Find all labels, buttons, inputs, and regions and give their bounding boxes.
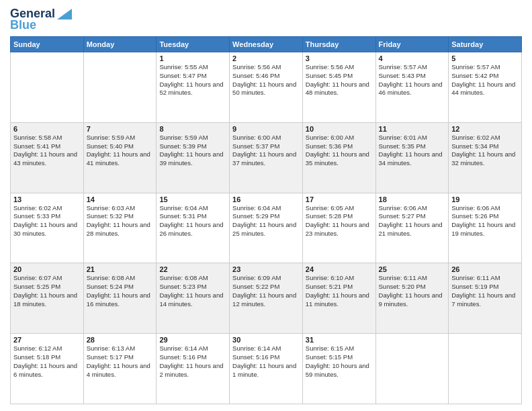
day-detail: Sunrise: 5:56 AM Sunset: 5:46 PM Dayligh… (232, 63, 300, 97)
calendar-cell: 14Sunrise: 6:03 AM Sunset: 5:32 PM Dayli… (83, 193, 157, 263)
day-number: 28 (87, 336, 154, 344)
day-detail: Sunrise: 6:02 AM Sunset: 5:33 PM Dayligh… (13, 204, 81, 238)
calendar-cell: 26Sunrise: 6:11 AM Sunset: 5:19 PM Dayli… (449, 263, 522, 334)
calendar-cell: 18Sunrise: 6:06 AM Sunset: 5:27 PM Dayli… (375, 193, 449, 263)
day-detail: Sunrise: 6:14 AM Sunset: 5:16 PM Dayligh… (159, 345, 226, 379)
calendar-cell: 27Sunrise: 6:12 AM Sunset: 5:18 PM Dayli… (11, 334, 84, 404)
day-number: 29 (159, 336, 226, 344)
calendar-cell: 25Sunrise: 6:11 AM Sunset: 5:20 PM Dayli… (375, 263, 449, 334)
day-number: 5 (451, 54, 519, 62)
day-detail: Sunrise: 6:10 AM Sunset: 5:21 PM Dayligh… (306, 274, 373, 308)
day-number: 10 (306, 125, 373, 133)
day-detail: Sunrise: 6:00 AM Sunset: 5:37 PM Dayligh… (232, 134, 300, 168)
day-number: 3 (306, 54, 373, 62)
day-number: 13 (13, 195, 81, 203)
day-detail: Sunrise: 5:57 AM Sunset: 5:42 PM Dayligh… (451, 63, 519, 97)
day-detail: Sunrise: 6:02 AM Sunset: 5:34 PM Dayligh… (451, 134, 519, 168)
day-detail: Sunrise: 6:01 AM Sunset: 5:35 PM Dayligh… (379, 134, 446, 168)
day-detail: Sunrise: 5:58 AM Sunset: 5:41 PM Dayligh… (13, 134, 81, 168)
day-detail: Sunrise: 6:08 AM Sunset: 5:24 PM Dayligh… (87, 274, 154, 308)
day-detail: Sunrise: 6:04 AM Sunset: 5:29 PM Dayligh… (232, 204, 300, 238)
day-detail: Sunrise: 5:56 AM Sunset: 5:45 PM Dayligh… (306, 63, 373, 97)
calendar-cell: 9Sunrise: 6:00 AM Sunset: 5:37 PM Daylig… (230, 122, 303, 193)
day-number: 30 (232, 336, 300, 344)
day-detail: Sunrise: 6:04 AM Sunset: 5:31 PM Dayligh… (159, 204, 226, 238)
calendar-cell: 7Sunrise: 5:59 AM Sunset: 5:40 PM Daylig… (83, 122, 157, 193)
day-number: 24 (306, 265, 373, 273)
day-number: 22 (159, 265, 226, 273)
calendar-cell: 5Sunrise: 5:57 AM Sunset: 5:42 PM Daylig… (449, 52, 522, 123)
day-detail: Sunrise: 6:05 AM Sunset: 5:28 PM Dayligh… (306, 204, 373, 238)
page: General Blue SundayMondayTuesdayWednesda… (0, 0, 532, 411)
day-detail: Sunrise: 6:11 AM Sunset: 5:20 PM Dayligh… (379, 274, 446, 308)
calendar-cell: 8Sunrise: 5:59 AM Sunset: 5:39 PM Daylig… (157, 122, 230, 193)
calendar-header-row: SundayMondayTuesdayWednesdayThursdayFrid… (11, 37, 522, 52)
day-number: 23 (232, 265, 300, 273)
day-detail: Sunrise: 6:06 AM Sunset: 5:27 PM Dayligh… (379, 204, 446, 238)
day-detail: Sunrise: 6:08 AM Sunset: 5:23 PM Dayligh… (159, 274, 226, 308)
calendar-cell: 11Sunrise: 6:01 AM Sunset: 5:35 PM Dayli… (375, 122, 449, 193)
day-detail: Sunrise: 6:15 AM Sunset: 5:15 PM Dayligh… (306, 345, 373, 379)
weekday-header: Friday (375, 37, 449, 52)
calendar-cell: 29Sunrise: 6:14 AM Sunset: 5:16 PM Dayli… (157, 334, 230, 404)
day-detail: Sunrise: 6:07 AM Sunset: 5:25 PM Dayligh… (13, 274, 81, 308)
day-number: 17 (306, 195, 373, 203)
day-number: 21 (87, 265, 154, 273)
day-number: 26 (451, 265, 519, 273)
calendar-cell: 1Sunrise: 5:55 AM Sunset: 5:47 PM Daylig… (157, 52, 230, 123)
calendar-table: SundayMondayTuesdayWednesdayThursdayFrid… (10, 36, 522, 404)
day-number: 4 (379, 54, 446, 62)
day-number: 6 (13, 125, 81, 133)
day-number: 1 (159, 54, 226, 62)
calendar-week-row: 20Sunrise: 6:07 AM Sunset: 5:25 PM Dayli… (11, 263, 522, 334)
calendar-cell: 13Sunrise: 6:02 AM Sunset: 5:33 PM Dayli… (11, 193, 84, 263)
day-number: 9 (232, 125, 300, 133)
logo-icon (57, 9, 72, 19)
day-detail: Sunrise: 6:14 AM Sunset: 5:16 PM Dayligh… (232, 345, 300, 379)
calendar-week-row: 1Sunrise: 5:55 AM Sunset: 5:47 PM Daylig… (11, 52, 522, 123)
day-detail: Sunrise: 6:00 AM Sunset: 5:36 PM Dayligh… (306, 134, 373, 168)
day-number: 12 (451, 125, 519, 133)
calendar-week-row: 27Sunrise: 6:12 AM Sunset: 5:18 PM Dayli… (11, 334, 522, 404)
day-number: 18 (379, 195, 446, 203)
calendar-cell: 12Sunrise: 6:02 AM Sunset: 5:34 PM Dayli… (449, 122, 522, 193)
weekday-header: Monday (83, 37, 157, 52)
day-number: 2 (232, 54, 300, 62)
day-detail: Sunrise: 6:09 AM Sunset: 5:22 PM Dayligh… (232, 274, 300, 308)
calendar-cell (11, 52, 84, 123)
calendar-cell: 23Sunrise: 6:09 AM Sunset: 5:22 PM Dayli… (230, 263, 303, 334)
logo: General Blue (10, 7, 72, 32)
day-detail: Sunrise: 6:13 AM Sunset: 5:17 PM Dayligh… (87, 345, 154, 379)
calendar-cell: 16Sunrise: 6:04 AM Sunset: 5:29 PM Dayli… (230, 193, 303, 263)
calendar-cell: 24Sunrise: 6:10 AM Sunset: 5:21 PM Dayli… (302, 263, 375, 334)
calendar-cell: 22Sunrise: 6:08 AM Sunset: 5:23 PM Dayli… (157, 263, 230, 334)
day-number: 7 (87, 125, 154, 133)
weekday-header: Sunday (11, 37, 84, 52)
calendar-cell (375, 334, 449, 404)
weekday-header: Tuesday (157, 37, 230, 52)
logo-blue: Blue (10, 18, 36, 32)
calendar-cell: 2Sunrise: 5:56 AM Sunset: 5:46 PM Daylig… (230, 52, 303, 123)
calendar-cell: 21Sunrise: 6:08 AM Sunset: 5:24 PM Dayli… (83, 263, 157, 334)
weekday-header: Wednesday (230, 37, 303, 52)
weekday-header: Saturday (449, 37, 522, 52)
day-number: 31 (306, 336, 373, 344)
day-number: 14 (87, 195, 154, 203)
calendar-cell: 6Sunrise: 5:58 AM Sunset: 5:41 PM Daylig… (11, 122, 84, 193)
calendar-cell: 15Sunrise: 6:04 AM Sunset: 5:31 PM Dayli… (157, 193, 230, 263)
day-detail: Sunrise: 5:57 AM Sunset: 5:43 PM Dayligh… (379, 63, 446, 97)
day-detail: Sunrise: 5:59 AM Sunset: 5:40 PM Dayligh… (87, 134, 154, 168)
day-number: 19 (451, 195, 519, 203)
calendar-cell: 31Sunrise: 6:15 AM Sunset: 5:15 PM Dayli… (302, 334, 375, 404)
day-detail: Sunrise: 6:03 AM Sunset: 5:32 PM Dayligh… (87, 204, 154, 238)
day-detail: Sunrise: 6:12 AM Sunset: 5:18 PM Dayligh… (13, 345, 81, 379)
calendar-cell: 20Sunrise: 6:07 AM Sunset: 5:25 PM Dayli… (11, 263, 84, 334)
day-detail: Sunrise: 6:06 AM Sunset: 5:26 PM Dayligh… (451, 204, 519, 238)
calendar-week-row: 13Sunrise: 6:02 AM Sunset: 5:33 PM Dayli… (11, 193, 522, 263)
calendar-week-row: 6Sunrise: 5:58 AM Sunset: 5:41 PM Daylig… (11, 122, 522, 193)
calendar-cell (83, 52, 157, 123)
day-number: 16 (232, 195, 300, 203)
day-detail: Sunrise: 6:11 AM Sunset: 5:19 PM Dayligh… (451, 274, 519, 308)
day-detail: Sunrise: 5:55 AM Sunset: 5:47 PM Dayligh… (159, 63, 226, 97)
day-number: 11 (379, 125, 446, 133)
